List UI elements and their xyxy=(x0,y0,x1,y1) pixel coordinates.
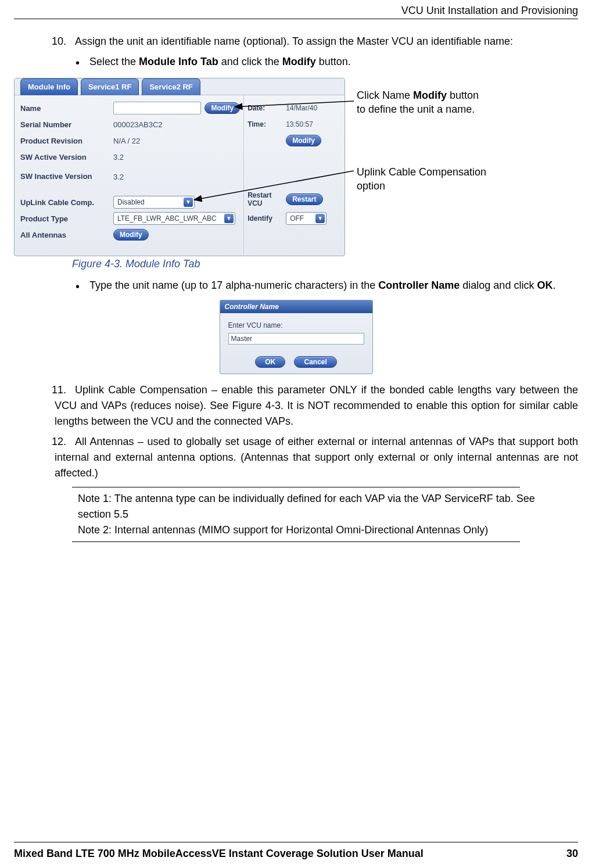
restart-label: Restart VCU xyxy=(247,191,286,208)
running-header: VCU Unit Installation and Provisioning xyxy=(401,5,578,17)
serial-label: Serial Number xyxy=(20,120,113,129)
figure-caption: Figure 4-3. Module Info Tab xyxy=(72,258,200,270)
step-12-text: All Antennas – used to globally set usag… xyxy=(55,436,578,479)
sw-inactive-label: SW Inactive Version xyxy=(20,172,113,181)
time-label: Time: xyxy=(247,120,286,128)
product-type-value: LTE_FB_LWR_ABC_LWR_ABC xyxy=(117,214,216,223)
step-10-bullet-2: Type the unit name (up to 17 alpha-numer… xyxy=(89,277,578,294)
product-type-select[interactable]: LTE_FB_LWR_ABC_LWR_ABC ▼ xyxy=(113,212,235,225)
name-input[interactable] xyxy=(113,102,201,114)
date-value: 14/Mar/40 xyxy=(286,104,317,112)
uplink-label: UpLink Cable Comp. xyxy=(20,198,113,207)
chevron-down-icon: ▼ xyxy=(184,198,193,207)
time-modify-button[interactable]: Modify xyxy=(286,135,321,146)
uplink-value: Disabled xyxy=(117,198,145,206)
step-12-number: 12. xyxy=(52,434,75,450)
tab-module-info[interactable]: Module Info xyxy=(20,78,78,95)
sw-active-label: SW Active Version xyxy=(20,153,113,162)
callout-modify-name: Click Name Modify button to define the u… xyxy=(357,88,485,117)
cancel-button[interactable]: Cancel xyxy=(294,356,336,368)
tab-service2-rf[interactable]: Service2 RF xyxy=(142,78,200,95)
modify-name-button[interactable]: Modify xyxy=(204,102,240,114)
product-type-label: Product Type xyxy=(20,214,113,223)
controller-name-dialog: Controller Name Enter VCU name: OK Cance… xyxy=(220,300,373,374)
product-revision-label: Product Revision xyxy=(20,137,113,145)
vcu-name-input[interactable] xyxy=(228,333,364,345)
step-10-number: 10. xyxy=(52,34,75,49)
product-revision-value: N/A / 22 xyxy=(113,137,240,145)
header-rule xyxy=(14,19,578,19)
sw-inactive-value: 3.2 xyxy=(113,173,240,181)
notes-rule-top xyxy=(72,487,520,487)
dialog-prompt: Enter VCU name: xyxy=(228,321,364,329)
note-2: Note 2: Internal antennas (MIMO support … xyxy=(78,522,566,538)
footer-rule xyxy=(14,842,578,842)
identify-label: Identify xyxy=(247,214,286,223)
tab-service1-rf[interactable]: Service1 RF xyxy=(81,78,139,95)
footer-page: 30 xyxy=(566,848,578,860)
step-11-text: Uplink Cable Compensation – enable this … xyxy=(55,384,578,427)
controller-name-dialog-wrap: Controller Name Enter VCU name: OK Cance… xyxy=(14,300,578,374)
module-info-panel: Module Info Service1 RF Service2 RF Name… xyxy=(14,78,345,256)
ok-button[interactable]: OK xyxy=(255,356,285,368)
step-10: 10.Assign the unit an identifiable name … xyxy=(55,34,578,49)
chevron-down-icon: ▼ xyxy=(315,214,325,223)
callout-uplink: Uplink Cable Compensation option xyxy=(357,165,496,193)
identify-select[interactable]: OFF ▼ xyxy=(286,212,327,225)
all-antennas-modify-button[interactable]: Modify xyxy=(113,229,149,241)
note-1: Note 1: The antenna type can be individu… xyxy=(78,491,566,522)
notes-rule-bottom xyxy=(72,541,520,542)
uplink-select[interactable]: Disabled ▼ xyxy=(113,196,195,209)
restart-button[interactable]: Restart xyxy=(286,193,322,205)
serial-value: 000023AB3C2 xyxy=(113,120,240,129)
footer: Mixed Band LTE 700 MHz MobileAccessVE In… xyxy=(14,848,578,860)
time-value: 13:50:57 xyxy=(286,120,313,128)
sw-active-value: 3.2 xyxy=(113,153,240,162)
dialog-title: Controller Name xyxy=(220,300,372,313)
chevron-down-icon: ▼ xyxy=(224,214,234,223)
date-label: Date: xyxy=(247,104,286,112)
step-12: 12.All Antennas – used to globally set u… xyxy=(55,434,578,481)
step-10-bullet-1: Select the Module Info Tab and click the… xyxy=(89,54,578,70)
module-info-figure: Module Info Service1 RF Service2 RF Name… xyxy=(14,78,578,267)
step-11: 11.Uplink Cable Compensation – enable th… xyxy=(55,382,578,429)
step-11-number: 11. xyxy=(52,382,75,398)
content: 10.Assign the unit an identifiable name … xyxy=(14,34,578,542)
footer-title: Mixed Band LTE 700 MHz MobileAccessVE In… xyxy=(14,848,424,860)
identify-value: OFF xyxy=(290,214,304,223)
step-10-text: Assign the unit an identifiable name (op… xyxy=(75,35,513,47)
name-label: Name xyxy=(20,104,113,113)
all-antennas-label: All Antennas xyxy=(20,231,113,239)
